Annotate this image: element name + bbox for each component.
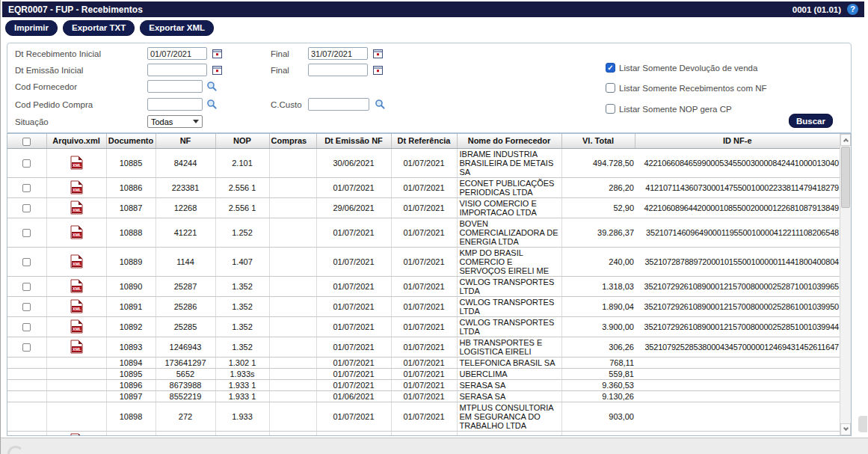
row-checkbox[interactable] [22,159,31,168]
receipts-grid: Arquivo.xmlDocumentoNFNOPComprasDt Emiss… [7,133,852,436]
exportar-txt-button[interactable]: Exportar TXT [63,20,135,36]
calendar-icon[interactable] [212,48,223,58]
dt-emissao-final-input[interactable] [308,64,368,76]
dt-recebimento-inicial-input[interactable] [147,47,207,60]
cell-nop: 1.352 [215,296,269,316]
table-row: XML1089312469431.35201/07/202101/07/2021… [7,337,840,357]
situacao-select[interactable]: Todas [147,115,203,128]
cod-fornecedor-input[interactable] [147,80,203,93]
cell-id_nfe: 3521071460964900011955001000041221110820… [635,218,840,247]
table-row: XML10892252851.35201/07/202101/07/2021CW… [7,316,840,337]
spinner-icon [7,446,24,454]
xml-file-icon[interactable]: XML [70,180,83,194]
cell-nf: 1144 [156,247,215,276]
select-all-checkbox[interactable] [22,138,31,146]
help-icon[interactable]: ? [847,4,858,15]
search-icon[interactable] [206,81,217,91]
row-checkbox[interactable] [22,323,31,331]
search-icon[interactable] [375,99,385,109]
column-header-ref: Dt Referência [391,134,457,148]
dt-recebimento-final-input[interactable] [308,47,368,60]
filter-option-nop-cp: Listar Somente NOP gera CP [606,104,732,114]
xml-file-icon[interactable]: XML [70,156,83,170]
scrollbar-thumb[interactable] [841,147,850,208]
cell-dt_referencia: 01/07/2021 [391,276,457,296]
svg-text:XML: XML [72,163,81,168]
cell-compras [269,337,316,357]
row-select-cell [7,402,46,431]
cell-compras [269,379,316,390]
row-checkbox[interactable] [22,258,31,266]
imprimir-button[interactable]: Imprimir [5,20,58,36]
cell-id_nfe: 3521072926108900012157008000025287100103… [635,276,840,296]
xml-file-icon[interactable]: XML [70,254,83,269]
situacao-label: Situação [15,117,49,126]
cell-compras [269,247,316,276]
column-header-xml: Arquivo.xml [46,134,106,148]
cell-id_nfe [635,379,840,390]
calendar-icon[interactable] [373,64,384,75]
cell-documento: 10891 [106,296,156,316]
table-row: 108982721.93301/07/202101/07/2021MTPLUS … [7,402,840,431]
buscar-button[interactable]: Buscar [789,114,833,128]
cell-id_nfe: 3521079252853800043457000001246943145261… [635,337,840,357]
dt-emissao-inicial-input[interactable] [147,64,207,76]
xml-cell: XML [46,431,106,436]
cell-fornecedor: UBERCLIMA [457,368,561,379]
cell-compras [269,296,316,316]
receipts-table-body: XML10885842442.10130/06/202101/07/2021IB… [7,148,840,436]
row-checkbox[interactable] [22,343,31,352]
cell-dt_emissao_nf: 01/07/2021 [316,218,391,247]
xml-cell: XML [46,316,106,337]
svg-text:XML: XML [72,188,81,192]
cell-compras [269,316,316,337]
row-checkbox[interactable] [22,303,31,311]
cell-dt_referencia: 01/07/2021 [391,296,457,316]
xml-file-icon[interactable]: XML [70,225,83,239]
search-icon[interactable] [206,99,217,109]
table-row: XML1088911441.40701/07/202101/07/2021KMP… [7,247,840,276]
cell-fornecedor: VISIO COMERCIO E IMPORTACAO LTDA [457,197,561,218]
svg-text:XML: XML [72,262,81,266]
xml-file-icon[interactable]: XML [70,433,83,437]
cell-vl_total: 240,00 [561,247,635,276]
situacao-selected-value: Todas [151,117,173,126]
row-select-cell [7,296,46,316]
nop-cp-checkbox[interactable] [606,104,615,114]
xml-file-icon[interactable]: XML [70,299,83,313]
cell-nop: 2.556 1 [215,177,269,197]
column-header-nf: NF [156,134,215,148]
row-checkbox[interactable] [22,184,31,192]
xml-file-icon[interactable]: XML [70,340,83,354]
cell-vl_total: 494.728,50 [561,148,635,177]
xml-file-icon[interactable]: XML [70,319,83,334]
scroll-up-icon[interactable] [840,134,851,146]
cell-dt_emissao_nf: 01/07/2021 [316,379,391,390]
c-custo-input[interactable] [308,98,369,111]
row-checkbox[interactable] [22,204,31,212]
calendar-icon[interactable] [373,48,384,58]
xml-file-icon[interactable]: XML [70,279,83,293]
exportar-xml-button[interactable]: Exportar XML [140,20,214,36]
scroll-down-icon[interactable] [840,423,851,435]
cell-documento: 10885 [106,148,156,177]
app-window: EQR0007 - FUP - Recebimentos 0001 (01.01… [0,0,868,454]
calendar-icon[interactable] [212,64,223,75]
vertical-scrollbar[interactable] [840,134,851,435]
xml-file-icon[interactable]: XML [70,200,83,215]
cell-dt_emissao_nf: 29/06/2021 [316,197,391,218]
devolucao-checkbox[interactable] [606,63,615,73]
xml-cell: XML [46,218,106,247]
row-checkbox[interactable] [22,283,31,291]
cell-fornecedor: 2W ENERGIA S.A. [457,431,561,436]
cell-nf: 25286 [156,296,215,316]
cod-pedido-input[interactable] [147,98,203,111]
cell-nf: 5652 [156,368,215,379]
recebimentos-nf-checkbox[interactable] [606,83,615,93]
table-row: XML10899139211.25202/07/202102/07/20212W… [7,431,840,436]
cell-nop: 1.352 [215,316,269,337]
recebimentos-nf-label: Listar Somente Recebimentos com NF [619,84,767,93]
window-scroll-tab[interactable] [858,416,867,432]
version-label: 0001 (01.01) [792,5,841,14]
row-checkbox[interactable] [22,229,31,237]
